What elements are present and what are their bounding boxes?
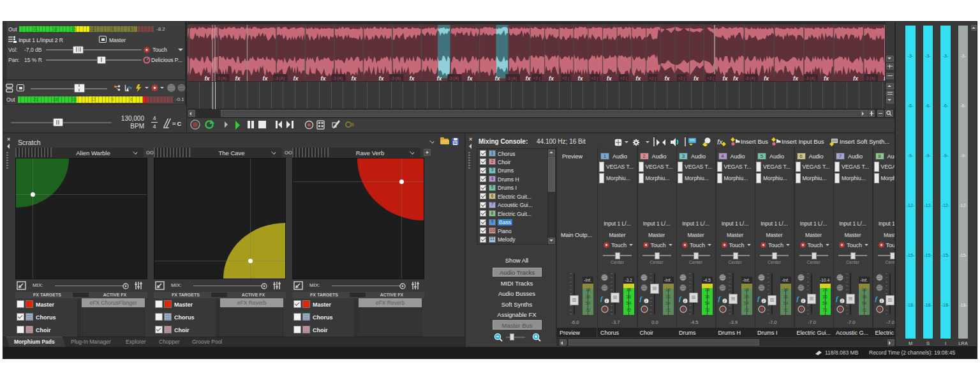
svg-text:+2 (: +2 ( [533, 75, 540, 80]
svg-text:-3 (A): -3 (A) [449, 75, 459, 80]
svg-text:fx: fx [694, 75, 699, 81]
svg-text:fx: fx [853, 75, 859, 81]
svg-text:fx: fx [722, 75, 728, 81]
svg-text:+2 (: +2 ( [706, 75, 714, 80]
svg-text:-3 (A): -3 (A) [332, 75, 343, 80]
svg-text:fx: fx [635, 75, 641, 81]
svg-text:fx: fx [549, 75, 554, 81]
svg-text:fx: fx [320, 75, 326, 81]
svg-text:2: 2 [724, 299, 725, 303]
svg-text:fx: fx [128, 85, 133, 91]
svg-text:2: 2 [880, 299, 882, 303]
svg-text:fx: fx [378, 75, 384, 81]
svg-text:-3 (A): -3 (A) [507, 75, 517, 80]
svg-text:fx: fx [351, 75, 357, 81]
svg-text:+2 (: +2 ( [561, 75, 569, 80]
svg-text:fx: fx [577, 75, 583, 81]
svg-text:-3 (A): -3 (A) [805, 75, 815, 80]
svg-text:-3 (A): -3 (A) [216, 75, 226, 80]
svg-text:+2 (: +2 ( [591, 75, 598, 80]
svg-text:+2 (: +2 ( [649, 75, 657, 80]
svg-text:2: 2 [841, 299, 843, 303]
svg-text:fx: fx [525, 75, 531, 81]
svg-text:2: 2 [605, 299, 607, 303]
svg-text:+2 (: +2 ( [678, 75, 685, 80]
svg-text:fx: fx [436, 75, 442, 81]
svg-text:fx: fx [467, 75, 473, 81]
svg-text:fx: fx [293, 75, 299, 81]
svg-text:-3 (A): -3 (A) [745, 75, 755, 80]
svg-text:fx: fx [262, 75, 268, 81]
svg-text:fx: fx [733, 75, 739, 81]
svg-text:fx: fx [204, 75, 210, 81]
svg-text:2: 2 [762, 299, 764, 303]
svg-text:2: 2 [645, 299, 647, 303]
svg-text:fx: fx [235, 75, 241, 81]
svg-text:-3 (A): -3 (A) [865, 75, 875, 80]
svg-text:fx: fx [664, 75, 670, 81]
svg-text:2: 2 [802, 299, 804, 303]
svg-text:2: 2 [684, 299, 686, 303]
svg-text:fx: fx [409, 75, 415, 81]
svg-text:fx: fx [764, 75, 769, 81]
svg-text:fx: fx [793, 75, 799, 81]
svg-text:-3 (A): -3 (A) [274, 75, 285, 80]
svg-text:fx: fx [824, 75, 829, 81]
svg-text:fx: fx [494, 75, 500, 81]
svg-text:fx: fx [606, 75, 612, 81]
svg-text:-3 (A): -3 (A) [390, 75, 401, 80]
svg-text:+2 (: +2 ( [620, 75, 627, 80]
